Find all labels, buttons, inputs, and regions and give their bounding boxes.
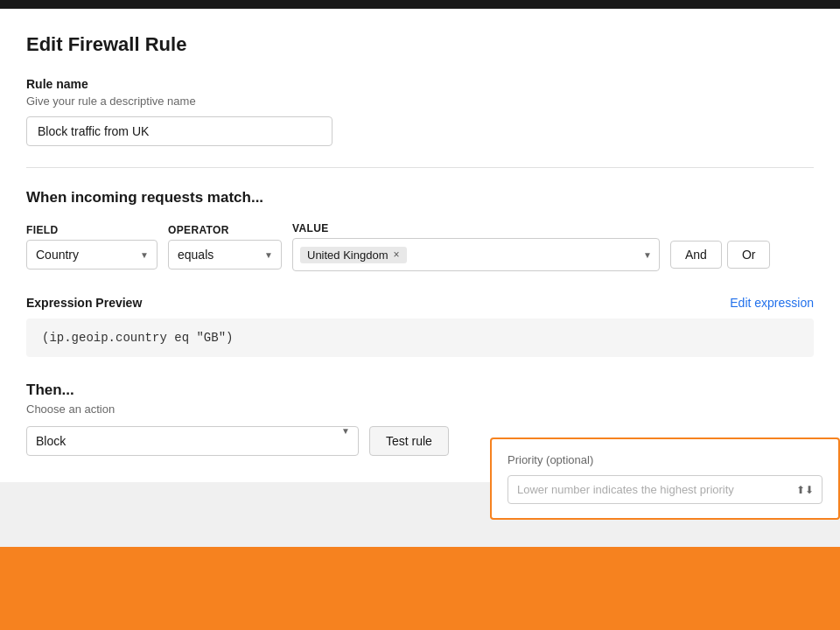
match-section: When incoming requests match... Field Co… — [26, 189, 814, 271]
and-or-buttons: And Or — [670, 241, 770, 269]
then-title: Then... — [26, 382, 814, 399]
rule-name-section: Rule name Give your rule a descriptive n… — [26, 77, 814, 146]
section-divider — [26, 167, 814, 168]
operator-select[interactable]: equals — [168, 240, 282, 270]
edit-expression-link[interactable]: Edit expression — [730, 296, 814, 310]
operator-col: Operator equals ▼ — [168, 224, 282, 270]
page-container: Edit Firewall Rule Rule name Give your r… — [0, 9, 840, 482]
rule-name-input[interactable] — [26, 116, 332, 146]
field-select[interactable]: Country — [26, 240, 158, 270]
match-section-title: When incoming requests match... — [26, 189, 814, 206]
expression-header: Expression Preview Edit expression — [26, 296, 814, 310]
value-dropdown-arrow-icon: ▼ — [643, 250, 652, 260]
value-tag-text: United Kingdom — [307, 248, 388, 262]
value-field-wrapper[interactable]: United Kingdom × ▼ — [292, 238, 660, 271]
rule-name-hint: Give your rule a descriptive name — [26, 94, 814, 108]
or-button[interactable]: Or — [727, 241, 771, 269]
priority-label: Priority (optional) — [508, 453, 822, 466]
expression-label: Expression Preview — [26, 296, 142, 310]
action-select[interactable]: Block Allow Challenge JS Challenge — [26, 426, 359, 456]
action-select-wrapper: Block Allow Challenge JS Challenge ▼ — [26, 426, 359, 456]
test-rule-button[interactable]: Test rule — [369, 426, 449, 456]
operator-col-label: Operator — [168, 224, 282, 236]
value-tag: United Kingdom × — [300, 247, 407, 263]
condition-row: Field Country ▼ Operator equals ▼ — [26, 222, 814, 271]
field-col-label: Field — [26, 224, 158, 236]
expression-section: Expression Preview Edit expression (ip.g… — [26, 296, 814, 357]
value-tag-close-icon[interactable]: × — [394, 249, 400, 260]
top-bar — [0, 0, 840, 9]
priority-select-wrapper: Lower number indicates the highest prior… — [508, 475, 822, 504]
operator-select-wrapper: equals ▼ — [168, 240, 282, 270]
orange-footer — [0, 547, 840, 630]
value-col: Value United Kingdom × ▼ — [292, 222, 660, 271]
priority-select[interactable]: Lower number indicates the highest prior… — [508, 475, 822, 504]
rule-name-label: Rule name — [26, 77, 814, 91]
expression-code: (ip.geoip.country eq "GB") — [42, 331, 233, 345]
then-hint: Choose an action — [26, 402, 814, 416]
expression-box: (ip.geoip.country eq "GB") — [26, 318, 814, 357]
priority-box: Priority (optional) Lower number indicat… — [490, 438, 840, 520]
and-button[interactable]: And — [670, 241, 722, 269]
field-select-wrapper: Country ▼ — [26, 240, 158, 270]
page-title: Edit Firewall Rule — [26, 33, 814, 56]
value-col-label: Value — [292, 222, 660, 234]
field-col: Field Country ▼ — [26, 224, 158, 270]
